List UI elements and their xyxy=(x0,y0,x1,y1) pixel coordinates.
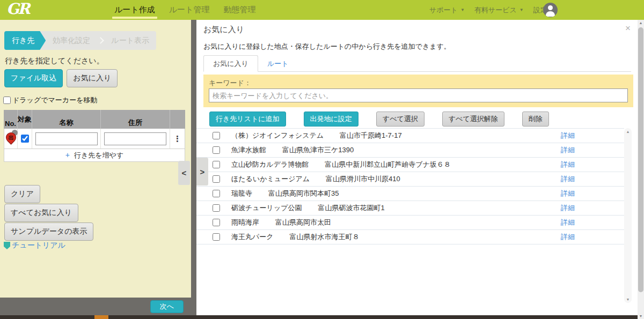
avatar-body xyxy=(546,11,555,17)
favorite-item-detail-link[interactable]: 詳細 xyxy=(561,174,575,184)
chevron-down-icon: ▼ xyxy=(460,8,465,12)
favorites-button[interactable]: お気に入り xyxy=(67,69,118,87)
favorite-list-item: （株）ジオインフォシステム 富山市千原崎1-7-17 詳細 xyxy=(196,129,624,143)
close-icon[interactable]: × xyxy=(625,24,631,33)
tutorial-link[interactable]: チュートリアル xyxy=(4,241,65,250)
address-input[interactable] xyxy=(104,132,166,145)
top-header: GR ルート作成 ルート管理 動態管理 サポート ▼ 有料サービス ▼ xyxy=(0,0,644,20)
wizard-step[interactable]: 効率化設定 xyxy=(46,31,97,50)
step-wizard: 行き先 効率化設定 ルート表示 xyxy=(4,31,156,50)
destination-sidebar: 行き先 効率化設定 ルート表示 行き先を指定してください。 ファイル取込 お気に… xyxy=(0,20,191,298)
utility-nav-item[interactable]: 有料サービス ▼ xyxy=(474,5,524,15)
drag-marker-checkbox[interactable] xyxy=(3,97,11,104)
favorite-item-checkbox[interactable] xyxy=(213,204,220,212)
clear-button[interactable]: クリア xyxy=(4,185,40,203)
modal-action-button[interactable]: 出発地に設定 xyxy=(304,112,358,127)
utility-nav-label: サポート xyxy=(429,5,458,15)
next-button[interactable]: 次へ xyxy=(150,300,184,313)
favorite-item-detail-link[interactable]: 詳細 xyxy=(561,131,575,140)
favorite-item-checkbox[interactable] xyxy=(213,132,220,139)
all-favorites-button[interactable]: すべてお気に入り xyxy=(4,204,78,222)
page-scroll-up-icon[interactable]: ▲ xyxy=(638,21,644,25)
utility-nav-item[interactable]: サポート ▼ xyxy=(429,5,465,15)
pin-marker-label: 出 xyxy=(6,133,16,142)
keyword-search-input[interactable] xyxy=(209,88,628,102)
favorite-item-checkbox[interactable] xyxy=(213,175,220,183)
list-scrollbar[interactable]: ▲ ▼ xyxy=(624,128,632,303)
favorite-item-detail-link[interactable]: 詳細 xyxy=(561,189,575,198)
page-scrollbar[interactable]: ▲ ▼ xyxy=(638,20,644,319)
nav-item[interactable]: ルート作成 xyxy=(107,0,162,20)
avatar-head xyxy=(548,5,553,10)
favorite-item-name: 雨晴海岸 xyxy=(231,218,259,227)
drag-marker-label: ドラッグでマーカーを移動 xyxy=(12,95,97,105)
page-scroll-down-icon[interactable]: ▼ xyxy=(638,314,644,318)
wizard-step[interactable]: ルート表示 xyxy=(104,31,156,50)
keyword-panel: キーワード： xyxy=(203,75,633,107)
nav-item[interactable]: 動態管理 xyxy=(216,0,262,20)
bottom-bar xyxy=(0,315,644,319)
favorite-list-item: 海王丸パーク 富山県射水市海王町８ 詳細 xyxy=(196,230,624,244)
col-header-name: 名称 xyxy=(32,110,101,129)
col-header-actions xyxy=(170,110,185,129)
modal-tabs: お気に入り ルート xyxy=(203,56,631,72)
file-import-button[interactable]: ファイル取込 xyxy=(4,69,63,87)
modal-description: お気に入りに登録した地点・保存したルートの中から行き先を追加できます。 xyxy=(203,42,451,51)
kebab-menu-icon[interactable]: ⋮ xyxy=(173,136,181,142)
col-header-no: No. xyxy=(4,110,18,129)
favorite-item-detail-link[interactable]: 詳細 xyxy=(561,160,575,169)
favorite-item-detail-link[interactable]: 詳細 xyxy=(561,203,575,213)
favorite-item-detail-link[interactable]: 詳細 xyxy=(561,232,575,242)
collapse-sidebar-handle[interactable]: < xyxy=(178,161,190,185)
favorite-item-checkbox[interactable] xyxy=(213,233,220,241)
wizard-step[interactable]: 行き先 xyxy=(4,31,46,50)
favorite-item-detail-link[interactable]: 詳細 xyxy=(561,145,575,155)
scroll-up-icon[interactable]: ▲ xyxy=(624,130,632,133)
favorite-list-item: 瑞龍寺 富山県高岡市関本町35 詳細 xyxy=(196,187,624,201)
sample-data-button[interactable]: サンプルデータの表示 xyxy=(4,222,93,241)
row-name-cell xyxy=(32,129,101,149)
page-scrollbar-thumb[interactable] xyxy=(638,27,643,292)
favorite-item-name: 立山砂防カルデラ博物館 xyxy=(231,160,309,169)
favorite-item-address: 富山県射水市海王町８ xyxy=(290,232,360,242)
scroll-down-icon[interactable]: ▼ xyxy=(624,298,632,301)
favorite-item-checkbox[interactable] xyxy=(213,161,220,168)
favorite-item-address: 富山県滑川市中川原410 xyxy=(326,174,400,184)
main-nav: ルート作成 ルート管理 動態管理 xyxy=(107,0,262,20)
gr-logo[interactable]: GR xyxy=(6,0,28,18)
modal-tab[interactable]: お気に入り xyxy=(203,55,258,72)
favorites-modal: お気に入り × お気に入りに登録した地点・保存したルートの中から行き先を追加でき… xyxy=(196,20,638,315)
modal-action-button[interactable]: すべて選択 xyxy=(376,112,425,127)
chevron-right-icon: > xyxy=(200,167,205,176)
add-destination-button[interactable]: +行き先を増やす xyxy=(4,149,185,162)
modal-tab[interactable]: ルート xyxy=(258,56,298,71)
nav-item[interactable]: ルート管理 xyxy=(162,0,217,20)
departure-pin-icon[interactable]: 出 xyxy=(5,130,18,148)
favorite-item-checkbox[interactable] xyxy=(213,219,220,226)
step-separator-icon xyxy=(97,37,104,44)
favorite-item-name: ほたるいかミュージアム xyxy=(231,174,310,184)
tutorial-label: チュートリアル xyxy=(12,241,65,250)
bottom-bar-orange-segment xyxy=(94,315,108,319)
row-target-checkbox[interactable] xyxy=(21,135,29,143)
favorite-item-detail-link[interactable]: 詳細 xyxy=(561,218,575,227)
sidebar-instruction: 行き先を指定してください。 xyxy=(5,56,104,66)
expand-panel-handle[interactable]: > xyxy=(196,158,208,186)
modal-action-button[interactable]: すべて選択解除 xyxy=(442,112,504,127)
name-input[interactable] xyxy=(35,132,98,145)
favorite-list-item: ほたるいかミュージアム 富山県滑川市中川原410 詳細 xyxy=(196,172,624,187)
user-avatar-icon[interactable] xyxy=(543,3,558,17)
modal-action-button[interactable]: 行き先リストに追加 xyxy=(209,112,286,127)
favorite-item-name: 魚津水族館 xyxy=(231,145,266,155)
tutorial-shield-icon xyxy=(4,242,10,249)
row-address-cell xyxy=(101,129,170,149)
favorite-item-address: 富山県高岡市太田 xyxy=(275,218,331,227)
favorite-list-item: 立山砂防カルデラ博物館 富山県中新川郡立山町芦峅寺ブナ坂６８ 詳細 xyxy=(196,158,624,172)
favorite-item-checkbox[interactable] xyxy=(213,190,220,197)
favorite-list-item: 砺波チューリップ公園 富山県砺波市花園町1 詳細 xyxy=(196,201,624,216)
favorite-item-name: 瑞龍寺 xyxy=(231,189,252,198)
chevron-left-icon: < xyxy=(182,168,187,177)
modal-action-button[interactable]: 削除 xyxy=(522,112,549,127)
favorite-item-checkbox[interactable] xyxy=(213,146,220,154)
chevron-down-icon: ▼ xyxy=(519,8,524,12)
